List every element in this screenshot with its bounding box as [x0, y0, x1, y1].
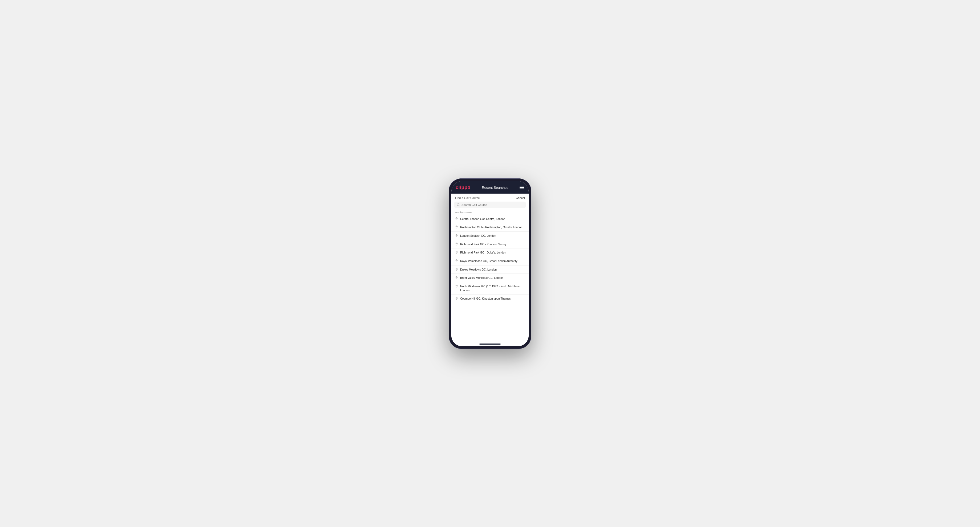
pin-icon — [455, 268, 458, 271]
pin-icon — [455, 251, 458, 254]
pin-icon — [455, 225, 458, 229]
find-label: Find a Golf Course — [455, 196, 480, 200]
app-logo: clippd — [456, 185, 471, 190]
list-item[interactable]: Roehampton Club - Roehampton, Greater Lo… — [451, 223, 529, 232]
svg-point-2 — [456, 218, 457, 219]
pin-icon — [455, 276, 458, 279]
svg-point-3 — [456, 226, 457, 227]
pin-icon — [455, 259, 458, 263]
course-name: London Scottish GC, London — [460, 234, 496, 238]
nearby-section-label: Nearby courses — [451, 210, 529, 215]
list-item[interactable]: Richmond Park GC - Duke's, London — [451, 248, 529, 257]
course-name: Brent Valley Municipal GC, London — [460, 276, 504, 280]
svg-point-4 — [456, 235, 457, 235]
svg-point-7 — [456, 260, 457, 261]
home-bar — [479, 343, 501, 344]
pin-icon — [455, 217, 458, 221]
svg-line-1 — [459, 205, 459, 206]
list-item[interactable]: Central London Golf Centre, London — [451, 215, 529, 224]
course-name: Roehampton Club - Roehampton, Greater Lo… — [460, 225, 522, 229]
list-item[interactable]: London Scottish GC, London — [451, 232, 529, 240]
main-content: Find a Golf Course Cancel Nearby courses — [451, 194, 529, 341]
svg-point-11 — [456, 298, 457, 298]
svg-point-5 — [456, 243, 457, 244]
cancel-button[interactable]: Cancel — [516, 196, 525, 200]
menu-button[interactable] — [520, 186, 524, 189]
svg-point-9 — [456, 277, 457, 278]
list-item[interactable]: Brent Valley Municipal GC, London — [451, 274, 529, 282]
pin-icon — [455, 297, 458, 300]
phone-device: clippd Recent Searches Find a Golf Cours… — [449, 178, 531, 349]
course-name: Dukes Meadows GC, London — [460, 268, 497, 271]
phone-screen: clippd Recent Searches Find a Golf Cours… — [451, 181, 529, 346]
pin-icon — [455, 285, 458, 288]
pin-icon — [455, 243, 458, 246]
svg-point-8 — [456, 269, 457, 269]
list-item[interactable]: North Middlesex GC (1011942 - North Midd… — [451, 282, 529, 295]
pin-icon — [455, 234, 458, 238]
list-item[interactable]: Richmond Park GC - Prince's, Surrey — [451, 240, 529, 249]
svg-point-6 — [456, 252, 457, 252]
list-item[interactable]: Coombe Hill GC, Kingston upon Thames — [451, 295, 529, 303]
home-indicator — [451, 341, 529, 346]
course-name: Royal Wimbledon GC, Great London Authori… — [460, 259, 517, 263]
course-name: Central London Golf Centre, London — [460, 217, 505, 221]
search-box — [454, 202, 526, 208]
svg-point-10 — [456, 286, 457, 286]
course-name: Richmond Park GC - Duke's, London — [460, 251, 506, 255]
list-item[interactable]: Dukes Meadows GC, London — [451, 265, 529, 274]
course-name: Richmond Park GC - Prince's, Surrey — [460, 242, 506, 246]
course-name: Coombe Hill GC, Kingston upon Thames — [460, 297, 511, 301]
nav-bar: clippd Recent Searches — [451, 181, 529, 194]
search-input[interactable] — [461, 203, 523, 206]
list-item[interactable]: Royal Wimbledon GC, Great London Authori… — [451, 257, 529, 265]
course-list: Central London Golf Centre, London Roeha… — [451, 215, 529, 341]
search-icon — [457, 203, 460, 206]
course-name: North Middlesex GC (1011942 - North Midd… — [460, 284, 525, 292]
find-header: Find a Golf Course Cancel — [451, 194, 529, 202]
nav-title: Recent Searches — [482, 186, 508, 190]
